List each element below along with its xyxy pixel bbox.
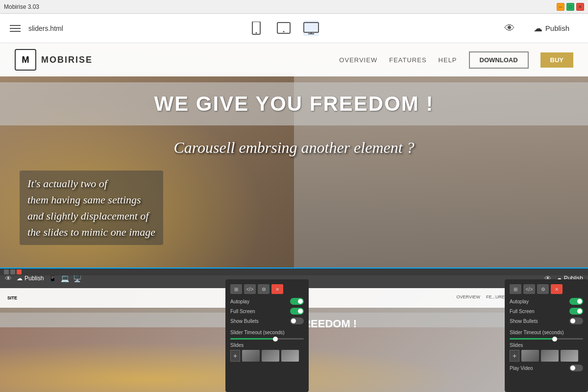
toolbar-left: sliders.html [10, 24, 63, 32]
nav-features[interactable]: FEATURES [389, 56, 426, 64]
nested-maximize [10, 270, 15, 274]
main-toolbar: sliders.html 👁 ☁ Publish [0, 14, 588, 43]
preview-nav-links: OVERVIEW FEATURES HELP DOWNLOAD BUY [339, 51, 573, 69]
main-content: M MOBIRISE OVERVIEW FEATURES HELP DOWNLO… [0, 43, 588, 392]
slide-thumb-3-left[interactable] [281, 350, 299, 362]
timeout-label-left: Slider Timeout (seconds) [230, 330, 285, 335]
nested-toolbar-left: 👁 ☁ Publish 📱 💻 🖥️ [5, 274, 81, 282]
slide-thumb-2-left[interactable] [262, 350, 279, 362]
autoplay-label-right: Autoplay [510, 299, 529, 304]
settings-tab-close-right[interactable]: ✕ [551, 284, 563, 294]
publish-label: Publish [545, 24, 569, 32]
add-slide-button-left[interactable]: + [230, 350, 240, 362]
hamburger-menu-icon[interactable] [10, 25, 21, 32]
play-video-label: Play Video [510, 366, 533, 371]
timeout-slider-right[interactable] [510, 338, 583, 340]
autoplay-toggle-right[interactable] [569, 298, 583, 305]
desktop-device-button[interactable] [303, 21, 319, 36]
preview-logo-text: MOBIRISE [41, 55, 93, 65]
nested-logo: SITE [7, 295, 17, 300]
fullscreen-toggle-right[interactable] [569, 308, 583, 315]
minimize-button[interactable]: ─ [557, 3, 564, 11]
tablet-device-button[interactable] [276, 21, 292, 36]
nested-minimize [4, 270, 9, 274]
slides-section-right: Slides + [510, 343, 583, 362]
nav-help[interactable]: HELP [439, 56, 457, 64]
fullscreen-label-left: Full Screen [230, 309, 255, 314]
bullets-toggle-right[interactable] [569, 318, 583, 324]
nested-screenshot: 👁 ☁ Publish 📱 💻 🖥️ 👁 ☁ Publish [0, 269, 588, 392]
settings-panel-right: ⊞ </> ⚙ ✕ Autoplay Full Screen Show Bull… [505, 279, 588, 392]
settings-tab-close[interactable]: ✕ [271, 284, 283, 294]
mobile-icon [250, 22, 262, 35]
window-controls[interactable]: ─ □ ✕ [557, 3, 584, 11]
preview-nav: M MOBIRISE OVERVIEW FEATURES HELP DOWNLO… [0, 43, 588, 76]
publish-button[interactable]: ☁ Publish [525, 19, 578, 38]
fullscreen-toggle-left[interactable] [290, 308, 304, 315]
nested-close [17, 270, 22, 274]
nested-preview-icon[interactable]: 👁 [5, 274, 12, 282]
overlay-text-explanation: It's actually two ofthem having same set… [20, 171, 163, 245]
autoplay-row-right: Autoplay [510, 298, 583, 305]
settings-toolbar-right: ⊞ </> ⚙ ✕ [510, 284, 583, 294]
slides-section-left: Slides + [230, 343, 304, 362]
slides-thumbnails-right: + [510, 350, 583, 362]
bullets-row-right: Show Bullets [510, 318, 583, 324]
preview-logo-icon: M [15, 49, 36, 71]
nested-mobile-icon[interactable]: 📱 [49, 274, 57, 282]
slide-thumb-1-right[interactable] [521, 350, 539, 362]
timeout-label-right: Slider Timeout (seconds) [510, 330, 564, 335]
nested-publish-left[interactable]: ☁ Publish [17, 275, 44, 282]
settings-tab-code-right[interactable]: </> [523, 284, 535, 294]
tablet-icon [277, 22, 291, 35]
slide-thumb-2-right[interactable] [541, 350, 559, 362]
device-selector [248, 21, 319, 36]
settings-tab-code[interactable]: </> [244, 284, 256, 294]
nested-title-bar [0, 269, 588, 275]
close-button[interactable]: ✕ [576, 3, 584, 11]
slides-label-left: Slides [230, 343, 304, 348]
maximize-button[interactable]: □ [566, 3, 574, 11]
settings-tab-gear-right[interactable]: ⚙ [537, 284, 549, 294]
timeout-section-left: Slider Timeout (seconds) [230, 327, 304, 340]
bullets-toggle-left[interactable] [290, 318, 304, 324]
nav-download-button[interactable]: DOWNLOAD [469, 51, 529, 69]
nested-tablet-icon[interactable]: 💻 [61, 274, 69, 282]
title-bar: Mobirise 3.03 ─ □ ✕ [0, 0, 588, 14]
fullscreen-row-left: Full Screen [230, 308, 304, 315]
title-bar-left: Mobirise 3.03 [4, 3, 39, 10]
svg-rect-4 [304, 23, 318, 32]
add-slide-button-right[interactable]: + [510, 350, 519, 362]
slide-thumb-1-left[interactable] [242, 350, 260, 362]
cloud-upload-icon: ☁ [534, 23, 542, 34]
autoplay-toggle-left[interactable] [290, 298, 304, 305]
nested-cloud-icon: ☁ [17, 275, 23, 282]
settings-tab-layout[interactable]: ⊞ [230, 284, 242, 294]
slide-thumb-3-right[interactable] [561, 350, 578, 362]
overlay-text-carousel: Carousell embrsing another element ? [173, 139, 414, 157]
timeout-slider-left[interactable] [230, 338, 304, 340]
bullets-label-left: Show Bullets [230, 318, 259, 324]
slides-label-right: Slides [510, 343, 583, 348]
mobile-device-button[interactable] [248, 21, 264, 36]
preview-logo: M MOBIRISE [15, 49, 93, 71]
preview-icon[interactable]: 👁 [504, 22, 515, 35]
bullets-label-right: Show Bullets [510, 318, 538, 324]
app-title: Mobirise 3.03 [4, 3, 39, 10]
play-video-toggle[interactable] [569, 365, 583, 371]
autoplay-label-left: Autoplay [230, 299, 249, 304]
settings-panel-left: ⊞ </> ⚙ ✕ Autoplay Full Screen Show Bull… [225, 279, 309, 392]
svg-point-1 [255, 32, 257, 33]
fullscreen-row-right: Full Screen [510, 308, 583, 315]
nested-nav-overview: OVERVIEW [457, 294, 480, 301]
nested-desktop-icon[interactable]: 🖥️ [73, 274, 81, 282]
nav-overview[interactable]: OVERVIEW [339, 56, 377, 64]
nav-buy-button[interactable]: BUY [540, 52, 573, 68]
hero-title: WE GIVE YOU FREEDOM ! [154, 92, 434, 116]
settings-toolbar-left: ⊞ </> ⚙ ✕ [230, 284, 304, 294]
settings-tab-gear[interactable]: ⚙ [258, 284, 270, 294]
timeout-section-right: Slider Timeout (seconds) [510, 327, 583, 340]
settings-tab-layout-right[interactable]: ⊞ [510, 284, 521, 294]
play-video-row: Play Video [510, 365, 583, 371]
autoplay-row-left: Autoplay [230, 298, 304, 305]
